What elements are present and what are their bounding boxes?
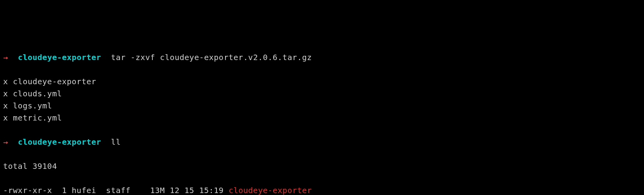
command-ll: ll: [111, 137, 121, 147]
extract-output-line: x metric.yml: [3, 112, 644, 124]
ll-total: total 39104: [3, 160, 644, 172]
extract-output-line: x logs.yml: [3, 100, 644, 112]
prompt-arrow-icon: →: [3, 137, 8, 147]
extract-output-line: x cloudeye-exporter: [3, 76, 644, 88]
command-tar: tar -zxvf cloudeye-exporter.v2.0.6.tar.g…: [111, 53, 312, 62]
prompt-dir: cloudeye-exporter: [18, 53, 101, 62]
filename-exec: cloudeye-exporter: [229, 186, 312, 195]
prompt-line-2: → cloudeye-exporter ll: [3, 136, 644, 148]
ll-row: -rwxr-xr-x 1 hufei staff 13M 12 15 15:19…: [3, 184, 644, 195]
prompt-line-1: → cloudeye-exporter tar -zxvf cloudeye-e…: [3, 51, 644, 64]
prompt-dir: cloudeye-exporter: [18, 137, 101, 147]
extract-output-line: x clouds.yml: [3, 88, 644, 100]
prompt-arrow-icon: →: [3, 53, 8, 62]
